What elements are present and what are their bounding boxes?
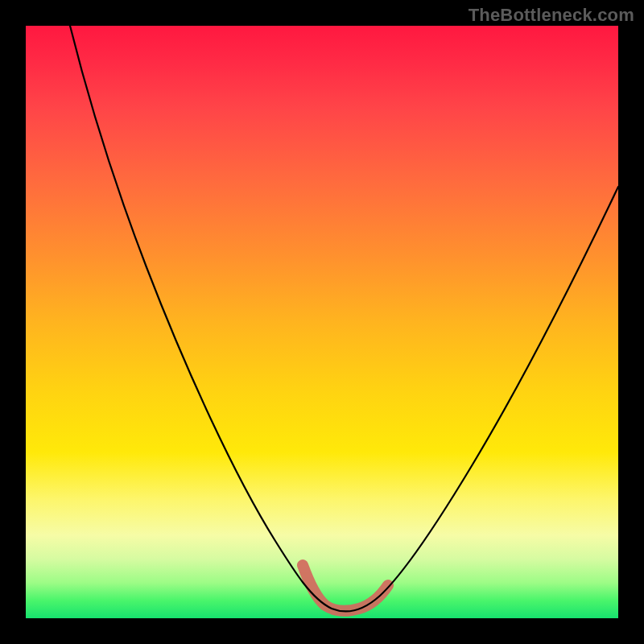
optimal-zone-highlight	[303, 565, 388, 611]
chart-frame: TheBottleneck.com	[0, 0, 644, 644]
bottleneck-curve-line	[70, 26, 618, 611]
watermark-text: TheBottleneck.com	[469, 5, 634, 26]
plot-area	[26, 26, 618, 618]
curve-svg	[26, 26, 618, 618]
